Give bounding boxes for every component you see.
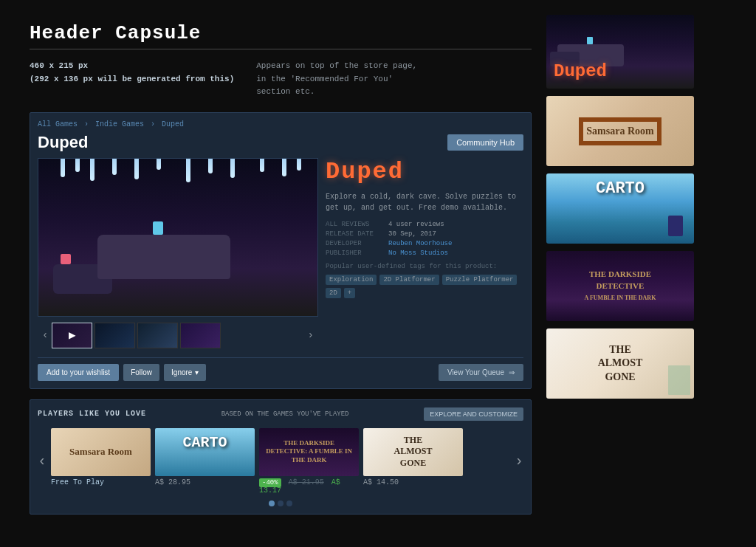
thumb-1[interactable]: ▶	[52, 323, 92, 348]
publisher-row: PUBLISHER No Moss Studios	[326, 250, 523, 257]
rec-games-row: ‹ Samsara Room Free To Play	[38, 428, 523, 495]
breadcrumb-item[interactable]: Indie Games	[95, 120, 144, 128]
reviews-value: 4 user reviews	[388, 221, 444, 228]
thumbnail-strip: ‹ ▶ ›	[38, 320, 318, 351]
pagination-dots	[38, 500, 523, 506]
tag-exploration[interactable]: Exploration	[326, 275, 377, 285]
rec-header-left: PLAYERS LIKE YOU LOVE	[38, 410, 146, 418]
rec-game-almostgone[interactable]: THEALMOSTGONE A$ 14.50	[363, 428, 463, 495]
rec-game-img-almostgone: THEALMOSTGONE	[363, 428, 463, 476]
queue-arrow-icon: ⇒	[509, 368, 515, 376]
next-arrow[interactable]: ›	[306, 329, 315, 341]
developer-row: DEVELOPER Reuben Moorhouse	[326, 240, 523, 247]
follow-button[interactable]: Follow	[123, 364, 159, 381]
prev-arrow[interactable]: ‹	[41, 329, 49, 341]
tag-more[interactable]: +	[344, 288, 355, 298]
tags-section: Popular user-defined tags for this produ…	[326, 263, 523, 298]
size-info: 460 x 215 px (292 x 136 px will be gener…	[30, 60, 234, 99]
action-buttons: Add to your wishlist Follow Ignore ▾ Vie…	[38, 357, 523, 381]
rec-game-img-darkside: THE DARKSIDE DETECTIVE: A FUMBLE IN THE …	[259, 428, 359, 476]
game-object	[61, 254, 71, 264]
tag-puzzle-platformer[interactable]: Puzzle Platformer	[442, 275, 518, 285]
dropdown-arrow-icon: ▾	[195, 368, 199, 376]
publisher-value[interactable]: No Moss Studios	[388, 250, 448, 257]
publisher-label: PUBLISHER	[326, 250, 388, 257]
reviews-row: ALL REVIEWS 4 user reviews	[326, 221, 523, 228]
right-thumb-darkside[interactable]: THE DARKSIDEDETECTIVEA FUMBLE IN THE DAR…	[546, 251, 694, 321]
dot-3	[286, 500, 292, 506]
game-info-panel: Duped Explore a cold, dark cave. Solve p…	[326, 158, 523, 351]
almostgone-price: A$ 14.50	[363, 478, 463, 486]
page-title: Header Capsule	[30, 22, 532, 44]
dot-1	[269, 500, 275, 506]
tags-row: Exploration 2D Platformer Puzzle Platfor…	[326, 275, 523, 298]
rec-next-arrow[interactable]: ›	[515, 453, 523, 469]
rec-header: PLAYERS LIKE YOU LOVE BASED ON THE GAMES…	[38, 407, 523, 421]
recommendations-panel: PLAYERS LIKE YOU LOVE BASED ON THE GAMES…	[30, 399, 532, 515]
samsara-price: Free To Play	[51, 478, 151, 486]
darkside-price: -40% A$ 21.95 A$ 13.17	[259, 478, 359, 495]
view-queue-button[interactable]: View Your Queue ⇒	[439, 364, 523, 381]
breadcrumb: All Games › Indie Games › Duped	[38, 120, 523, 128]
header-info: 460 x 215 px (292 x 136 px will be gener…	[30, 60, 532, 99]
action-left: Add to your wishlist Follow Ignore ▾	[38, 364, 206, 381]
game-logo: Duped	[326, 158, 523, 185]
explore-button[interactable]: EXPLORE AND CUSTOMIZE	[424, 407, 523, 421]
platform-main	[97, 235, 230, 279]
game-title: Duped	[38, 133, 88, 152]
right-thumb-almostgone[interactable]: THEALMOSTGONE	[546, 328, 694, 399]
right-panel: Duped Samsara Room CARTO T	[546, 15, 694, 515]
play-icon: ▶	[69, 328, 76, 343]
game-header-row: Duped Community Hub	[38, 133, 523, 152]
right-thumb-carto[interactable]: CARTO	[546, 173, 694, 244]
icicles	[38, 159, 317, 181]
rec-game-carto[interactable]: CARTO A$ 28.95	[155, 428, 255, 495]
wishlist-button[interactable]: Add to your wishlist	[38, 364, 119, 381]
rec-game-darkside[interactable]: THE DARKSIDE DETECTIVE: A FUMBLE IN THE …	[259, 428, 359, 495]
thumb-3[interactable]	[137, 323, 178, 348]
rec-game-img-carto: CARTO	[155, 428, 255, 476]
game-description: Explore a cold, dark cave. Solve puzzles…	[326, 191, 523, 213]
breadcrumb-item[interactable]: All Games	[38, 120, 78, 128]
main-screenshot	[38, 158, 318, 317]
dot-2	[278, 500, 284, 506]
screenshot-area: ‹ ▶ ›	[38, 158, 318, 351]
rec-game-samsara[interactable]: Samsara Room Free To Play	[51, 428, 151, 495]
tags-label: Popular user-defined tags for this produ…	[326, 263, 523, 270]
carto-price: A$ 28.95	[155, 478, 255, 486]
community-hub-button[interactable]: Community Hub	[447, 134, 523, 151]
developer-label: DEVELOPER	[326, 240, 388, 247]
right-thumb-duped[interactable]: Duped	[546, 15, 694, 89]
store-preview-panel: All Games › Indie Games › Duped Duped Co…	[30, 112, 532, 389]
game-content-area: ‹ ▶ › Duped Explore a cold	[38, 158, 523, 351]
developer-value[interactable]: Reuben Moorhouse	[388, 240, 452, 247]
rec-game-img-samsara: Samsara Room	[51, 428, 151, 476]
reviews-label: ALL REVIEWS	[326, 221, 388, 228]
game-scene	[38, 159, 317, 316]
tag-2d[interactable]: 2D	[326, 288, 341, 298]
ignore-button[interactable]: Ignore ▾	[164, 364, 206, 381]
release-value: 30 Sep, 2017	[388, 230, 436, 238]
right-thumb-samsara[interactable]: Samsara Room	[546, 96, 694, 166]
release-label: RELEASE DATE	[326, 230, 388, 238]
rec-prev-arrow[interactable]: ‹	[38, 453, 47, 469]
breadcrumb-item[interactable]: Duped	[162, 120, 184, 128]
player-character	[153, 221, 163, 235]
original-price: A$ 21.95	[289, 478, 324, 486]
tag-2d-platformer[interactable]: 2D Platformer	[379, 275, 439, 285]
rec-header-right: BASED ON THE GAMES YOU'VE PLAYED	[221, 410, 349, 418]
header-divider	[30, 49, 532, 49]
header-description: Appears on top of the store page, in the…	[256, 60, 419, 99]
thumb-4[interactable]	[180, 323, 221, 348]
thumb-2[interactable]	[94, 323, 135, 348]
game-logo-text: Duped	[326, 158, 523, 185]
release-row: RELEASE DATE 30 Sep, 2017	[326, 230, 523, 238]
rec-games-list: Samsara Room Free To Play CARTO A$ 28.95	[51, 428, 510, 495]
